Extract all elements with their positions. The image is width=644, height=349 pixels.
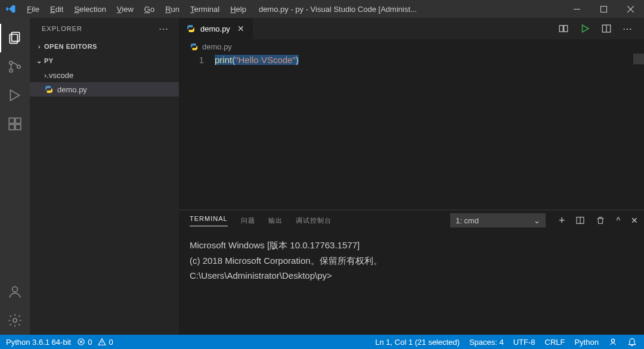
svg-rect-13 <box>559 26 563 32</box>
minimap[interactable] <box>633 54 644 64</box>
svg-point-11 <box>13 286 18 292</box>
close-tab-icon[interactable]: ✕ <box>235 24 247 33</box>
close-panel-icon[interactable]: ✕ <box>631 216 638 225</box>
terminal-output[interactable]: Microsoft Windows [版本 10.0.17763.1577] (… <box>179 230 644 335</box>
chevron-down-icon: ⌄ <box>35 57 44 65</box>
status-python-version[interactable]: Python 3.6.1 64-bit <box>6 338 71 347</box>
svg-point-4 <box>10 61 13 64</box>
folder-section[interactable]: ⌄ PY <box>30 54 179 68</box>
svg-rect-9 <box>16 124 21 130</box>
sidebar-item-label: .vscode <box>47 71 73 80</box>
menu-selection[interactable]: Selection <box>69 5 111 14</box>
notifications-icon[interactable] <box>627 337 637 347</box>
status-bar: Python 3.6.1 64-bit 0 0 Ln 1, Col 1 (21 … <box>0 335 644 349</box>
tab-label: demo.py <box>200 24 230 33</box>
open-editors-section[interactable]: › OPEN EDITORS <box>30 39 179 54</box>
split-terminal-icon[interactable] <box>575 216 585 225</box>
python-file-icon <box>44 85 54 94</box>
code-line[interactable]: print("Hello·VScode") <box>215 54 299 210</box>
menu-bar: File Edit Selection View Go Run Terminal… <box>21 5 252 14</box>
explorer-icon[interactable] <box>0 24 30 52</box>
maximize-panel-icon[interactable]: ^ <box>616 216 620 225</box>
activity-bar <box>0 18 30 335</box>
menu-terminal[interactable]: Terminal <box>185 5 225 14</box>
account-icon[interactable] <box>0 278 30 306</box>
status-language[interactable]: Python <box>575 338 599 347</box>
menu-run[interactable]: Run <box>160 5 185 14</box>
sidebar-item-label: demo.py <box>57 85 87 94</box>
editor-tab-bar: demo.py ✕ ⋯ <box>179 18 644 39</box>
sidebar-item-vscode-folder[interactable]: › .vscode <box>30 68 179 82</box>
status-encoding[interactable]: UTF-8 <box>513 338 535 347</box>
status-warnings[interactable]: 0 <box>98 338 113 347</box>
svg-point-12 <box>13 319 17 323</box>
status-spaces[interactable]: Spaces: 4 <box>469 338 504 347</box>
menu-help[interactable]: Help <box>225 5 252 14</box>
menu-file[interactable]: File <box>21 5 45 14</box>
bottom-panel: TERMINAL 问题 输出 调试控制台 1: cmd ⌄ + <box>179 210 644 335</box>
breadcrumb[interactable]: demo.py <box>179 39 644 54</box>
run-debug-icon[interactable] <box>0 81 30 110</box>
extensions-icon[interactable] <box>0 110 30 138</box>
run-file-icon[interactable] <box>580 23 590 34</box>
terminal-prompt: C:\Users\Administrator\Desktop\py> <box>190 268 633 283</box>
settings-gear-icon[interactable] <box>0 306 30 335</box>
svg-rect-0 <box>574 9 580 10</box>
svg-rect-14 <box>564 26 568 32</box>
terminal-line: (c) 2018 Microsoft Corporation。保留所有权利。 <box>190 253 633 269</box>
line-number: 1 <box>179 54 215 210</box>
svg-point-5 <box>10 69 13 72</box>
panel-tab-terminal[interactable]: TERMINAL <box>190 215 228 226</box>
feedback-icon[interactable] <box>608 337 618 347</box>
editor-area: demo.py ✕ ⋯ demo.py <box>179 18 644 335</box>
status-errors[interactable]: 0 <box>77 338 92 347</box>
menu-view[interactable]: View <box>112 5 139 14</box>
terminal-selector[interactable]: 1: cmd ⌄ <box>450 213 546 228</box>
tab-demo-py[interactable]: demo.py ✕ <box>179 18 253 39</box>
maximize-button[interactable] <box>590 0 617 18</box>
compare-changes-icon[interactable] <box>558 23 569 34</box>
terminal-line: Microsoft Windows [版本 10.0.17763.1577] <box>190 238 633 253</box>
more-actions-icon[interactable]: ⋯ <box>623 23 633 35</box>
python-file-icon <box>190 42 199 51</box>
panel-tab-debug-console[interactable]: 调试控制台 <box>296 216 332 225</box>
svg-rect-3 <box>10 35 17 43</box>
title-bar: File Edit Selection View Go Run Terminal… <box>0 0 644 18</box>
panel-tab-problems[interactable]: 问题 <box>241 216 255 225</box>
new-terminal-icon[interactable]: + <box>559 214 565 227</box>
svg-rect-7 <box>9 118 14 123</box>
kill-terminal-icon[interactable] <box>596 216 605 225</box>
panel-tab-output[interactable]: 输出 <box>268 216 283 225</box>
sidebar-more-icon[interactable]: ⋯ <box>159 23 169 35</box>
vscode-logo-icon <box>0 4 21 14</box>
explorer-sidebar: EXPLORER ⋯ › OPEN EDITORS ⌄ PY › .vscode… <box>30 18 179 335</box>
svg-rect-1 <box>601 6 607 12</box>
svg-rect-8 <box>9 124 14 130</box>
menu-go[interactable]: Go <box>139 5 160 14</box>
split-editor-icon[interactable] <box>601 23 612 34</box>
svg-point-20 <box>611 339 614 342</box>
svg-rect-10 <box>16 118 21 123</box>
status-eol[interactable]: CRLF <box>545 338 565 347</box>
chevron-down-icon: ⌄ <box>534 216 540 225</box>
breadcrumb-label: demo.py <box>202 42 232 51</box>
status-line-col[interactable]: Ln 1, Col 1 (21 selected) <box>375 338 460 347</box>
code-editor[interactable]: 1 print("Hello·VScode") <box>179 54 644 210</box>
svg-rect-2 <box>12 32 20 41</box>
window-title: demo.py - py - Visual Studio Code [Admin… <box>252 5 564 14</box>
chevron-right-icon: › <box>35 43 44 50</box>
close-button[interactable] <box>617 0 644 18</box>
source-control-icon[interactable] <box>0 52 30 81</box>
minimize-button[interactable] <box>564 0 590 18</box>
sidebar-title: EXPLORER <box>42 25 82 32</box>
python-file-icon <box>186 24 196 33</box>
sidebar-item-demo-py[interactable]: demo.py <box>30 82 179 96</box>
menu-edit[interactable]: Edit <box>45 5 69 14</box>
